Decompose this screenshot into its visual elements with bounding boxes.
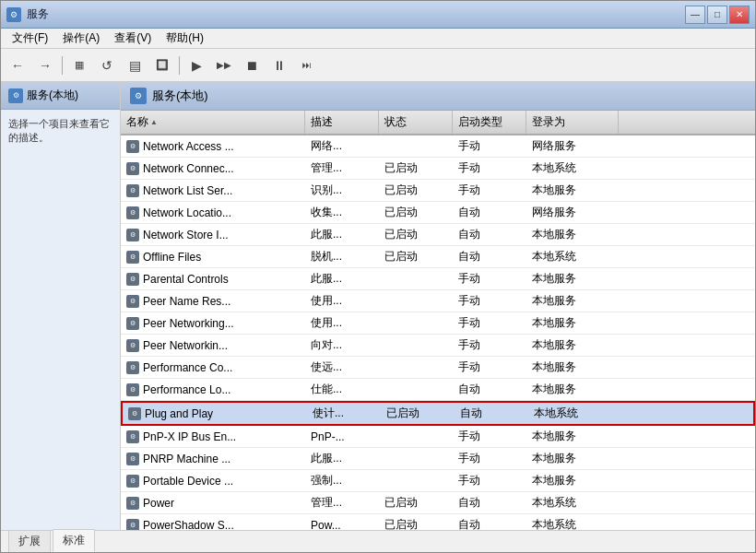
service-name: Portable Device ... — [143, 475, 233, 488]
start-button[interactable]: ▶ — [183, 53, 209, 77]
service-status-cell: 已启动 — [379, 202, 453, 223]
service-icon: ⚙ — [126, 229, 139, 241]
service-icon: ⚙ — [126, 430, 139, 443]
console-tree-button[interactable]: ▦ — [66, 53, 92, 77]
left-panel-description: 选择一个项目来查看它的描述。 — [1, 110, 120, 153]
service-name: PnP-X IP Bus En... — [143, 430, 236, 443]
service-icon: ⚙ — [126, 184, 139, 197]
service-startup-cell: 手动 — [453, 335, 526, 356]
service-icon: ⚙ — [126, 519, 139, 531]
service-name: Performance Co... — [143, 361, 232, 374]
table-row[interactable]: ⚙PowerShadow S...Pow...已启动自动本地系统 — [121, 514, 755, 530]
table-row[interactable]: ⚙Peer Networking...使用...手动本地服务 — [121, 312, 755, 335]
service-name-cell: ⚙Network List Ser... — [121, 180, 305, 201]
service-login-cell: 网络服务 — [526, 135, 619, 157]
continue-button[interactable]: ▶▶ — [211, 53, 237, 77]
table-row[interactable]: ⚙Portable Device ...强制...手动本地服务 — [121, 470, 755, 492]
restart-button[interactable]: ⏭ — [294, 53, 320, 77]
right-panel-title: 服务(本地) — [152, 88, 208, 104]
maximize-button[interactable]: □ — [707, 6, 727, 24]
service-name: Network Access ... — [143, 140, 234, 153]
service-name-cell: ⚙Network Locatio... — [121, 202, 305, 223]
window-icon: ⚙ — [6, 7, 21, 22]
back-button[interactable]: ← — [5, 53, 30, 77]
table-row[interactable]: ⚙Performance Lo...仕能...自动本地服务 — [121, 379, 755, 401]
service-name: Parental Controls — [143, 273, 229, 286]
right-panel-header: ⚙ 服务(本地) — [121, 82, 755, 111]
refresh-button[interactable]: ↺ — [94, 53, 120, 77]
menu-view[interactable]: 查看(V) — [107, 29, 159, 48]
menu-bar: 文件(F) 操作(A) 查看(V) 帮助(H) — [1, 29, 755, 49]
menu-help[interactable]: 帮助(H) — [159, 29, 211, 48]
service-icon: ⚙ — [126, 140, 139, 153]
table-body[interactable]: ⚙Network Access ...网络...手动网络服务⚙Network C… — [121, 135, 755, 530]
service-desc-cell: 仕能... — [305, 379, 379, 400]
tab-extended[interactable]: 扩展 — [8, 530, 51, 552]
service-status-cell: 已启动 — [379, 246, 453, 267]
export-button[interactable]: ▤ — [122, 53, 148, 77]
close-button[interactable]: ✕ — [729, 6, 750, 24]
service-icon: ⚙ — [126, 475, 139, 488]
service-name-cell: ⚙Peer Networking... — [121, 312, 305, 334]
table-row[interactable]: ⚙Power管理...已启动自动本地系统 — [121, 492, 755, 514]
service-login-cell: 本地服务 — [526, 379, 619, 400]
stop-button[interactable]: ⏹ — [239, 53, 265, 77]
service-login-cell: 本地服务 — [526, 448, 619, 469]
service-desc-cell: 向对... — [305, 335, 379, 356]
separator-1 — [62, 56, 63, 75]
col-header-status[interactable]: 状态 — [379, 111, 453, 134]
service-desc-cell: 此服... — [305, 448, 379, 469]
service-name-cell: ⚙Network Store I... — [121, 224, 305, 245]
table-row[interactable]: ⚙Network Store I...此服...已启动自动本地服务 — [121, 224, 755, 246]
service-status-cell — [379, 357, 453, 378]
minimize-button[interactable]: — — [685, 6, 705, 24]
service-status-cell — [379, 448, 453, 469]
service-startup-cell: 手动 — [453, 470, 526, 491]
service-status-cell: 已启动 — [379, 492, 453, 513]
service-login-cell: 本地系统 — [526, 246, 619, 267]
service-name-cell: ⚙Offline Files — [121, 246, 305, 267]
title-buttons: — □ ✕ — [685, 6, 750, 24]
right-panel: ⚙ 服务(本地) 名称 ▲ 描述 状态 启动类型 — [121, 82, 755, 530]
table-row[interactable]: ⚙Plug and Play使计...已启动自动本地系统 — [121, 401, 755, 426]
properties-button[interactable]: 🔲 — [149, 53, 175, 77]
service-login-cell: 本地系统 — [526, 158, 619, 179]
table-row[interactable]: ⚙Performance Co...使远...手动本地服务 — [121, 357, 755, 379]
title-bar-left: ⚙ 服务 — [6, 6, 49, 22]
col-header-desc[interactable]: 描述 — [305, 111, 379, 134]
service-icon: ⚙ — [128, 407, 141, 420]
table-row[interactable]: ⚙Network Locatio...收集...已启动自动网络服务 — [121, 202, 755, 224]
table-row[interactable]: ⚙PnP-X IP Bus En...PnP-...手动本地服务 — [121, 426, 755, 448]
service-icon: ⚙ — [126, 273, 139, 286]
service-desc-cell: 管理... — [305, 158, 379, 179]
service-desc-cell: 使计... — [307, 403, 381, 424]
tab-standard[interactable]: 标准 — [53, 529, 95, 552]
table-row[interactable]: ⚙Network Access ...网络...手动网络服务 — [121, 135, 755, 158]
service-status-cell — [379, 470, 453, 491]
table-row[interactable]: ⚙Offline Files脱机...已启动自动本地系统 — [121, 246, 755, 268]
table-header: 名称 ▲ 描述 状态 启动类型 登录为 — [121, 111, 755, 135]
table-row[interactable]: ⚙Network List Ser...识别...已启动手动本地服务 — [121, 180, 755, 202]
service-name-cell: ⚙Plug and Play — [123, 403, 307, 424]
service-login-cell: 本地服务 — [526, 290, 619, 312]
separator-2 — [179, 56, 180, 75]
left-panel-title: 服务(本地) — [27, 88, 78, 103]
table-row[interactable]: ⚙Parental Controls此服...手动本地服务 — [121, 268, 755, 290]
table-row[interactable]: ⚙Peer Networkin...向对...手动本地服务 — [121, 335, 755, 357]
table-row[interactable]: ⚙PNRP Machine ...此服...手动本地服务 — [121, 448, 755, 470]
service-login-cell: 本地服务 — [526, 335, 619, 356]
forward-button[interactable]: → — [32, 53, 58, 77]
service-login-cell: 本地服务 — [526, 312, 619, 334]
service-status-cell — [379, 335, 453, 356]
col-header-login[interactable]: 登录为 — [526, 111, 619, 134]
pause-button[interactable]: ⏸ — [266, 53, 292, 77]
service-name-cell: ⚙Portable Device ... — [121, 470, 305, 491]
menu-file[interactable]: 文件(F) — [5, 29, 55, 48]
col-header-startup[interactable]: 启动类型 — [453, 111, 526, 134]
menu-action[interactable]: 操作(A) — [55, 29, 107, 48]
col-header-name[interactable]: 名称 ▲ — [121, 111, 305, 134]
left-panel: ⚙ 服务(本地) 选择一个项目来查看它的描述。 — [1, 82, 121, 530]
table-row[interactable]: ⚙Peer Name Res...使用...手动本地服务 — [121, 290, 755, 312]
service-startup-cell: 手动 — [453, 448, 526, 469]
table-row[interactable]: ⚙Network Connec...管理...已启动手动本地系统 — [121, 158, 755, 180]
